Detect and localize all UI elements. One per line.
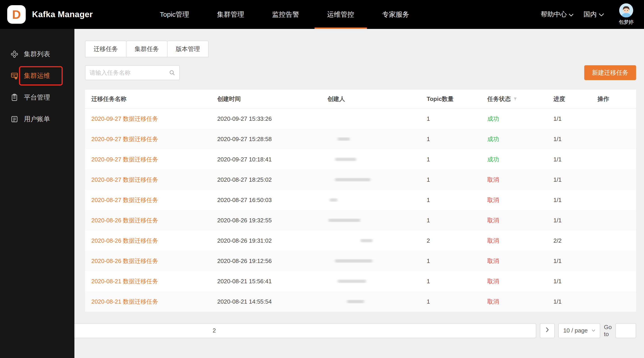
chevron-down-icon — [598, 11, 604, 18]
cell-task-name: 2020-09-27 数据迁移任务 — [85, 115, 217, 123]
task-name-link[interactable]: 2020-08-26 数据迁移任务 — [91, 216, 158, 224]
sidebar-item-label: 平台管理 — [24, 93, 50, 102]
cell-created-time: 2020-08-26 19:12:56 — [217, 257, 328, 264]
cell-task-status: 成功 — [487, 115, 553, 123]
table-row[interactable]: 2020-08-26 数据迁移任务2020-08-26 19:32:551取消1… — [85, 210, 636, 230]
cell-creator-redacted — [328, 259, 427, 263]
cell-task-status: 成功 — [487, 156, 553, 163]
cell-task-name: 2020-08-26 数据迁移任务 — [85, 237, 217, 245]
cell-task-status: 取消 — [487, 277, 553, 285]
table-row[interactable]: 2020-08-27 数据迁移任务2020-08-27 16:50:031取消1… — [85, 190, 636, 210]
app-logo-icon[interactable]: D — [7, 5, 26, 24]
cell-topic-count: 2 — [427, 237, 487, 244]
cell-created-time: 2020-08-26 19:31:02 — [217, 237, 328, 244]
cell-task-name: 2020-09-27 数据迁移任务 — [85, 135, 217, 143]
redacted-text-smudge — [328, 218, 360, 222]
column-header-name: 迁移任务名称 — [85, 95, 217, 103]
page-size-select[interactable]: 10 / page — [558, 323, 600, 338]
sidebar-item-label: 集群列表 — [24, 50, 50, 59]
user-menu[interactable]: 包梦婷 — [619, 4, 634, 26]
top-nav-item-topic[interactable]: Topic管理 — [146, 0, 203, 29]
task-name-link[interactable]: 2020-08-21 数据迁移任务 — [91, 298, 158, 306]
cell-creator-redacted — [328, 198, 427, 202]
cell-creator-redacted — [328, 137, 427, 141]
cell-topic-count: 1 — [427, 298, 487, 305]
cluster-list-icon — [10, 50, 18, 58]
cell-progress: 1/1 — [553, 217, 598, 224]
column-header-label: Topic数量 — [427, 95, 454, 103]
create-migration-task-button[interactable]: 新建迁移任务 — [584, 65, 636, 80]
page-button-2[interactable]: 2 — [74, 323, 536, 338]
task-name-link[interactable]: 2020-08-26 数据迁移任务 — [91, 257, 158, 265]
table-row[interactable]: 2020-08-26 数据迁移任务2020-08-26 19:12:561取消1… — [85, 251, 636, 271]
cell-task-status: 取消 — [487, 257, 553, 265]
table-row[interactable]: 2020-08-21 数据迁移任务2020-08-21 14:55:541取消1… — [85, 291, 636, 312]
redacted-text-smudge — [347, 300, 364, 303]
cell-topic-count: 1 — [427, 278, 487, 285]
brand: D Kafka Manager — [0, 5, 93, 24]
task-name-link[interactable]: 2020-08-27 数据迁移任务 — [91, 176, 158, 184]
top-nav-item-cluster[interactable]: 集群管理 — [203, 0, 258, 29]
table-row[interactable]: 2020-08-27 数据迁移任务2020-08-27 18:25:021取消1… — [85, 170, 636, 190]
tab-bar: 迁移任务集群任务版本管理 — [85, 41, 636, 57]
table-row[interactable]: 2020-09-27 数据迁移任务2020-09-27 15:28:581成功1… — [85, 129, 636, 149]
cell-task-name: 2020-08-21 数据迁移任务 — [85, 277, 217, 285]
redacted-text-smudge — [360, 239, 373, 242]
main-content: 迁移任务集群任务版本管理 新建迁移任务 迁移任务名称创建时间创建人Topic数量… — [74, 29, 644, 358]
redacted-text-smudge — [338, 279, 366, 283]
status-badge: 成功 — [487, 115, 499, 123]
column-header-label: 进度 — [553, 95, 565, 103]
search-input[interactable] — [90, 69, 169, 76]
cell-creator-redacted — [328, 178, 427, 181]
sidebar-item-cluster-ops[interactable]: 集群运维 — [0, 65, 74, 87]
column-header-time: 创建时间 — [217, 95, 328, 103]
sidebar-item-platform[interactable]: 平台管理 — [0, 87, 74, 108]
cell-progress: 1/1 — [553, 176, 598, 183]
redacted-text-smudge — [335, 259, 372, 263]
sidebar: 集群列表集群运维平台管理用户账单 — [0, 29, 74, 358]
task-name-link[interactable]: 2020-09-27 数据迁移任务 — [91, 115, 158, 123]
status-badge: 取消 — [487, 237, 499, 245]
top-nav-item-monitor[interactable]: 监控告警 — [258, 0, 313, 29]
task-name-link[interactable]: 2020-09-27 数据迁移任务 — [91, 156, 158, 163]
chevron-down-icon — [569, 11, 574, 18]
cluster-ops-icon — [10, 72, 18, 80]
task-name-link[interactable]: 2020-09-27 数据迁移任务 — [91, 135, 158, 143]
cell-progress: 1/1 — [553, 156, 598, 163]
search-icon[interactable] — [169, 70, 175, 76]
task-name-link[interactable]: 2020-08-27 数据迁移任务 — [91, 196, 158, 204]
status-badge: 成功 — [487, 156, 499, 163]
cell-topic-count: 1 — [427, 217, 487, 224]
kafka-manager-app: D Kafka Manager Topic管理集群管理监控告警运维管控专家服务 … — [0, 0, 644, 358]
table-row[interactable]: 2020-09-27 数据迁移任务2020-09-27 15:33:261成功1… — [85, 109, 636, 129]
tab-cluster-task[interactable]: 集群任务 — [126, 41, 168, 57]
cell-task-status: 取消 — [487, 176, 553, 184]
cell-task-status: 取消 — [487, 298, 553, 306]
filter-funnel-icon[interactable] — [513, 97, 518, 101]
tab-version[interactable]: 版本管理 — [167, 41, 208, 57]
help-center-menu[interactable]: 帮助中心 — [541, 10, 574, 19]
top-nav-item-ops[interactable]: 运维管控 — [313, 0, 368, 29]
sidebar-item-cluster-list[interactable]: 集群列表 — [0, 43, 74, 65]
task-name-link[interactable]: 2020-08-21 数据迁移任务 — [91, 277, 158, 285]
cell-progress: 2/2 — [553, 237, 598, 244]
column-header-topics: Topic数量 — [427, 95, 487, 103]
region-selector[interactable]: 国内 — [584, 10, 604, 19]
table-row[interactable]: 2020-08-21 数据迁移任务2020-08-21 15:56:411取消1… — [85, 271, 636, 291]
goto-page-input[interactable] — [615, 323, 636, 338]
column-header-label: 任务状态 — [487, 95, 511, 103]
sidebar-item-billing[interactable]: 用户账单 — [0, 108, 74, 130]
redacted-text-smudge — [338, 137, 350, 141]
redacted-text-smudge — [335, 158, 356, 161]
tab-migration[interactable]: 迁移任务 — [85, 41, 126, 57]
next-page-button[interactable] — [540, 323, 555, 338]
top-nav-item-expert[interactable]: 专家服务 — [368, 0, 423, 29]
cell-task-name: 2020-08-26 数据迁移任务 — [85, 216, 217, 224]
task-name-link[interactable]: 2020-08-26 数据迁移任务 — [91, 237, 158, 245]
table-row[interactable]: 2020-08-26 数据迁移任务2020-08-26 19:31:022取消2… — [85, 230, 636, 251]
cell-topic-count: 1 — [427, 176, 487, 183]
cell-creator-redacted — [328, 279, 427, 283]
table-row[interactable]: 2020-09-27 数据迁移任务2020-09-27 10:18:411成功1… — [85, 149, 636, 170]
cell-progress: 1/1 — [553, 115, 598, 122]
help-center-label: 帮助中心 — [541, 10, 567, 19]
